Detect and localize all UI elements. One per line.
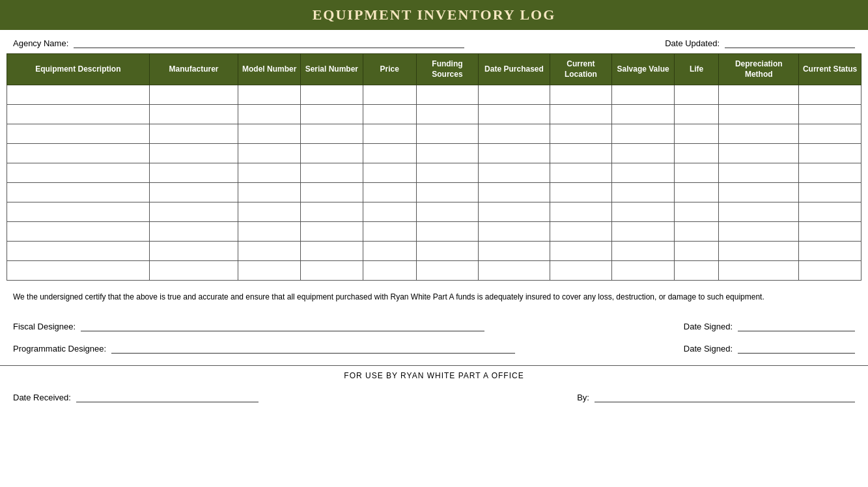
table-cell [416, 222, 479, 242]
table-cell [719, 222, 799, 242]
table-cell [479, 105, 550, 124]
page-title: Equipment Inventory Log [0, 0, 868, 30]
header-section: Agency Name: Date Updated: [0, 30, 868, 53]
table-cell [238, 183, 301, 202]
table-cell [612, 202, 675, 222]
table-cell [149, 105, 238, 124]
table-cell [7, 105, 150, 124]
table-cell [416, 85, 479, 105]
col-model-number: Model Number [238, 54, 301, 85]
table-cell [149, 222, 238, 242]
table-cell [612, 85, 675, 105]
table-cell [363, 144, 416, 163]
date-received-field: Date Received: [13, 392, 259, 402]
table-cell [416, 202, 479, 222]
col-date-purchased: Date Purchased [479, 54, 550, 85]
table-cell [550, 222, 612, 242]
table-cell [479, 85, 550, 105]
table-cell [238, 144, 301, 163]
date-signed-row-2: Date Signed: [684, 343, 855, 354]
table-cell [479, 202, 550, 222]
date-signed-input-2[interactable] [738, 343, 855, 354]
table-cell [300, 105, 363, 124]
programmatic-designee-input[interactable] [111, 343, 515, 354]
table-cell [612, 105, 675, 124]
table-cell [674, 261, 718, 281]
table-cell [416, 144, 479, 163]
table-cell [363, 222, 416, 242]
table-cell [799, 202, 861, 222]
agency-name-input[interactable] [74, 38, 464, 48]
table-cell [550, 163, 612, 183]
col-current-location: Current Location [550, 54, 612, 85]
date-signed-input-1[interactable] [738, 321, 855, 331]
col-life: Life [674, 54, 718, 85]
col-price: Price [363, 54, 416, 85]
table-cell [612, 261, 675, 281]
table-cell [238, 85, 301, 105]
programmatic-designee-row: Programmatic Designee: [13, 343, 515, 354]
table-cell [799, 124, 861, 144]
table-cell [300, 85, 363, 105]
table-cell [799, 242, 861, 261]
table-cell [612, 222, 675, 242]
col-funding-sources: Funding Sources [416, 54, 479, 85]
table-cell [550, 242, 612, 261]
table-cell [416, 242, 479, 261]
table-cell [300, 124, 363, 144]
table-cell [612, 124, 675, 144]
table-cell [719, 242, 799, 261]
table-cell [363, 202, 416, 222]
fiscal-designee-input[interactable] [81, 321, 484, 331]
date-received-input[interactable] [76, 392, 259, 402]
table-cell [799, 85, 861, 105]
by-input[interactable] [595, 392, 855, 402]
by-label: By: [577, 393, 589, 402]
table-cell [719, 163, 799, 183]
table-cell [149, 202, 238, 222]
table-cell [799, 261, 861, 281]
table-cell [479, 261, 550, 281]
table-cell [300, 242, 363, 261]
table-cell [363, 163, 416, 183]
page: Equipment Inventory Log Agency Name: Dat… [0, 0, 868, 487]
signatures-section: Fiscal Designee: Programmatic Designee: … [0, 321, 868, 354]
table-row [7, 242, 861, 261]
table-row [7, 202, 861, 222]
table-cell [799, 105, 861, 124]
table-cell [300, 202, 363, 222]
table-cell [300, 144, 363, 163]
table-cell [612, 163, 675, 183]
table-cell [300, 222, 363, 242]
date-received-label: Date Received: [13, 393, 71, 402]
table-cell [7, 124, 150, 144]
table-cell [612, 183, 675, 202]
table-cell [7, 242, 150, 261]
table-cell [612, 242, 675, 261]
col-salvage-value: Salvage Value [612, 54, 675, 85]
col-manufacturer: Manufacturer [149, 54, 238, 85]
date-signed-row-1: Date Signed: [684, 321, 855, 331]
table-cell [479, 144, 550, 163]
date-updated-input[interactable] [725, 38, 855, 48]
table-cell [674, 124, 718, 144]
for-use-label: FOR USE BY RYAN WHITE PART A OFFICE [0, 371, 868, 380]
table-cell [238, 261, 301, 281]
table-cell [363, 105, 416, 124]
table-cell [416, 183, 479, 202]
table-cell [238, 163, 301, 183]
col-current-status: Current Status [799, 54, 861, 85]
table-cell [238, 242, 301, 261]
table-cell [719, 202, 799, 222]
table-row [7, 124, 861, 144]
table-cell [799, 183, 861, 202]
table-cell [719, 124, 799, 144]
table-cell [674, 85, 718, 105]
table-body [7, 85, 861, 281]
table-cell [238, 105, 301, 124]
table-cell [149, 183, 238, 202]
certification-section: We the undersigned certify that the abov… [0, 281, 868, 321]
table-cell [612, 144, 675, 163]
table-cell [550, 261, 612, 281]
col-depreciation-method: Depreciation Method [719, 54, 799, 85]
